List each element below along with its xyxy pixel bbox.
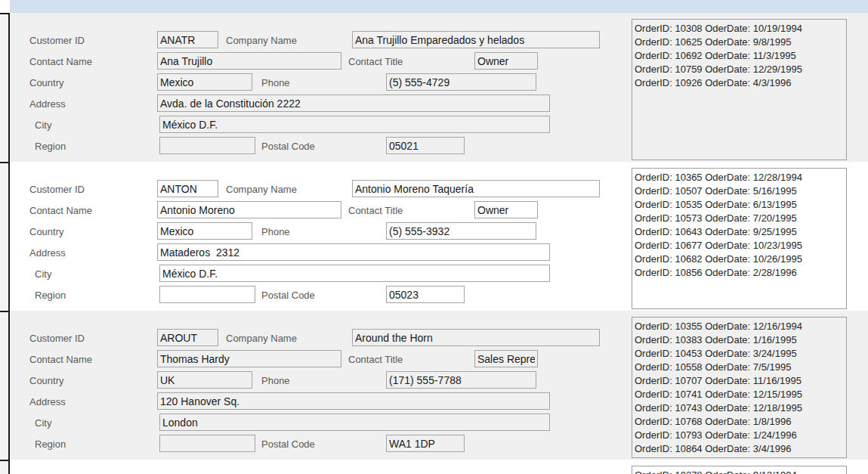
customer-id-label: Customer ID <box>29 35 85 46</box>
order-item[interactable]: OrderID: 10741 OderDate: 12/15/1995 <box>635 388 845 401</box>
contact-name-input[interactable] <box>157 350 341 367</box>
postal-code-label: Postal Code <box>261 290 315 301</box>
contact-title-input[interactable] <box>474 201 538 218</box>
order-item[interactable]: OrderID: 10278 OderDate: 9/12/1994 <box>635 469 845 474</box>
phone-input[interactable] <box>386 73 536 91</box>
contact-title-label: Contact Title <box>348 205 403 216</box>
company-name-input[interactable] <box>352 31 600 48</box>
address-input[interactable] <box>157 94 550 112</box>
contact-title-input[interactable] <box>474 350 538 367</box>
company-name-label: Company Name <box>226 35 297 46</box>
company-name-input[interactable] <box>352 329 600 346</box>
address-label: Address <box>29 98 66 110</box>
orders-listbox[interactable]: OrderID: 10355 OderDate: 12/16/1994 Orde… <box>632 317 847 458</box>
order-item[interactable]: OrderID: 10355 OderDate: 12/16/1994 <box>635 320 845 333</box>
customer-id-input[interactable] <box>157 180 218 197</box>
city-input[interactable] <box>159 265 550 282</box>
form-header-corner <box>0 0 10 13</box>
order-item[interactable]: OrderID: 10864 OderDate: 3/4/1996 <box>635 442 845 456</box>
company-name-label: Company Name <box>226 184 297 195</box>
company-name-label: Company Name <box>226 333 297 344</box>
order-item[interactable]: OrderID: 10759 OderDate: 12/29/1995 <box>635 63 845 76</box>
order-item[interactable]: OrderID: 10692 OderDate: 11/3/1995 <box>635 49 845 63</box>
customer-id-label: Customer ID <box>29 184 85 195</box>
order-item[interactable]: OrderID: 10625 OderDate: 9/8/1995 <box>635 36 845 49</box>
customer-record: Customer ID Company Name Contact Name Co… <box>10 13 868 162</box>
orders-listbox[interactable]: OrderID: 10308 OderDate: 10/19/1994 Orde… <box>632 19 847 160</box>
customer-id-input[interactable] <box>157 329 218 346</box>
customer-id-label: Customer ID <box>29 333 85 344</box>
address-label: Address <box>29 396 66 407</box>
order-item[interactable]: OrderID: 10793 OderDate: 1/24/1996 <box>635 429 845 442</box>
phone-label: Phone <box>261 77 290 88</box>
order-item[interactable]: OrderID: 10558 OderDate: 7/5/1995 <box>635 361 845 374</box>
order-item[interactable]: OrderID: 10677 OderDate: 10/23/1995 <box>635 239 845 252</box>
record-selector[interactable] <box>0 311 10 460</box>
phone-label: Phone <box>261 375 290 386</box>
order-item[interactable]: OrderID: 10535 OderDate: 6/13/1995 <box>635 198 845 212</box>
order-item[interactable]: OrderID: 10507 OderDate: 5/16/1995 <box>635 184 845 198</box>
postal-code-label: Postal Code <box>261 438 315 450</box>
region-input[interactable] <box>159 286 255 303</box>
order-item[interactable]: OrderID: 10643 OderDate: 9/25/1995 <box>635 225 845 239</box>
country-input[interactable] <box>157 222 252 240</box>
region-label: Region <box>35 141 66 152</box>
contact-title-label: Contact Title <box>348 354 403 365</box>
record-selector[interactable] <box>0 460 10 474</box>
contact-title-label: Contact Title <box>348 56 403 67</box>
order-item[interactable]: OrderID: 10308 OderDate: 10/19/1994 <box>635 22 845 36</box>
contact-name-input[interactable] <box>157 52 341 70</box>
order-item[interactable]: OrderID: 10573 OderDate: 7/20/1995 <box>635 212 845 225</box>
region-input[interactable] <box>159 435 255 452</box>
order-item[interactable]: OrderID: 10856 OderDate: 2/28/1996 <box>635 266 845 280</box>
country-input[interactable] <box>157 73 252 91</box>
city-label: City <box>35 268 51 280</box>
record-selector[interactable] <box>0 13 10 162</box>
postal-code-input[interactable] <box>386 286 465 303</box>
form-header-band <box>10 0 868 13</box>
city-input[interactable] <box>159 116 550 133</box>
orders-listbox[interactable]: OrderID: 10278 OderDate: 9/12/1994 <box>632 466 847 474</box>
country-label: Country <box>29 226 64 237</box>
customer-record: Customer ID Company Name Contact Name Co… <box>10 311 868 460</box>
country-label: Country <box>29 77 64 88</box>
contact-name-input[interactable] <box>157 201 341 218</box>
country-label: Country <box>29 375 64 386</box>
order-item[interactable]: OrderID: 10383 OderDate: 1/16/1995 <box>635 333 845 347</box>
postal-code-label: Postal Code <box>261 141 315 152</box>
city-label: City <box>35 119 51 131</box>
contact-name-label: Contact Name <box>29 354 92 365</box>
address-label: Address <box>29 247 66 259</box>
order-item[interactable]: OrderID: 10682 OderDate: 10/26/1995 <box>635 252 845 266</box>
order-item[interactable]: OrderID: 10365 OderDate: 12/28/1994 <box>635 171 845 184</box>
postal-code-input[interactable] <box>386 137 465 154</box>
city-input[interactable] <box>159 414 550 431</box>
company-name-input[interactable] <box>352 180 600 197</box>
orders-listbox[interactable]: OrderID: 10365 OderDate: 12/28/1994 Orde… <box>632 168 847 309</box>
contact-title-input[interactable] <box>474 52 538 70</box>
record-selector-strip <box>0 13 10 474</box>
region-input[interactable] <box>159 137 255 154</box>
customer-record: OrderID: 10278 OderDate: 9/12/1994 <box>10 460 868 474</box>
contact-name-label: Contact Name <box>29 56 92 67</box>
city-label: City <box>35 417 51 429</box>
customer-id-input[interactable] <box>157 31 218 48</box>
address-input[interactable] <box>157 392 550 410</box>
order-item[interactable]: OrderID: 10707 OderDate: 11/16/1995 <box>635 374 845 388</box>
phone-label: Phone <box>261 226 290 237</box>
phone-input[interactable] <box>386 371 536 389</box>
order-item[interactable]: OrderID: 10453 OderDate: 3/24/1995 <box>635 347 845 361</box>
order-item[interactable]: OrderID: 10926 OderDate: 4/3/1996 <box>635 76 845 90</box>
order-item[interactable]: OrderID: 10743 OderDate: 12/18/1995 <box>635 401 845 415</box>
country-input[interactable] <box>157 371 252 389</box>
contact-name-label: Contact Name <box>29 205 92 216</box>
record-selector[interactable] <box>0 162 10 311</box>
region-label: Region <box>35 438 66 450</box>
address-input[interactable] <box>157 243 550 261</box>
customer-record: Customer ID Company Name Contact Name Co… <box>10 162 868 311</box>
region-label: Region <box>35 290 66 301</box>
postal-code-input[interactable] <box>386 435 465 452</box>
order-item[interactable]: OrderID: 10768 OderDate: 1/8/1996 <box>635 415 845 429</box>
phone-input[interactable] <box>386 222 536 240</box>
